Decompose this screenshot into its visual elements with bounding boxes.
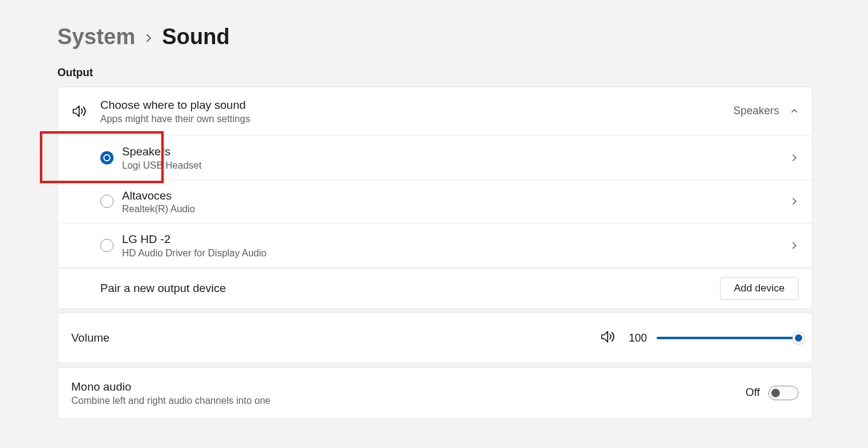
- chevron-right-icon: [144, 30, 153, 47]
- svg-marker-0: [73, 106, 79, 116]
- breadcrumb: System Sound: [57, 24, 812, 50]
- mono-audio-state: Off: [745, 386, 760, 399]
- mono-audio-card: Mono audio Combine left and right audio …: [57, 367, 812, 419]
- device-sub: Realtek(R) Audio: [122, 204, 195, 215]
- output-section-label: Output: [57, 67, 812, 79]
- device-sub: HD Audio Driver for Display Audio: [122, 248, 266, 259]
- volume-value: 100: [625, 332, 647, 345]
- output-device-lg-hd-2[interactable]: LG HD -2 HD Audio Driver for Display Aud…: [58, 224, 812, 268]
- toggle-knob: [771, 389, 780, 397]
- speaker-icon: [71, 103, 100, 119]
- volume-slider-thumb[interactable]: [792, 332, 805, 344]
- choose-output-row[interactable]: Choose where to play sound Apps might ha…: [58, 87, 812, 136]
- speaker-icon[interactable]: [600, 329, 616, 347]
- chevron-right-icon[interactable]: [790, 241, 799, 250]
- volume-card: Volume 100: [57, 313, 812, 363]
- radio-unselected[interactable]: [100, 239, 114, 252]
- breadcrumb-parent[interactable]: System: [57, 24, 135, 50]
- add-device-button[interactable]: Add device: [720, 277, 799, 300]
- mono-audio-subtitle: Combine left and right audio channels in…: [71, 395, 271, 406]
- mono-audio-toggle[interactable]: [768, 386, 799, 400]
- output-devices-card: Choose where to play sound Apps might ha…: [57, 86, 812, 309]
- mono-audio-title: Mono audio: [71, 380, 271, 394]
- output-device-altavoces[interactable]: Altavoces Realtek(R) Audio: [58, 180, 812, 224]
- chevron-right-icon[interactable]: [790, 154, 799, 162]
- output-device-speakers[interactable]: Speakers Logi USB Headset: [58, 136, 812, 180]
- chevron-up-icon[interactable]: [790, 107, 799, 115]
- current-output-label: Speakers: [733, 105, 779, 117]
- device-name: LG HD -2: [122, 232, 266, 247]
- volume-slider[interactable]: [657, 337, 799, 339]
- choose-output-title: Choose where to play sound: [100, 98, 250, 112]
- device-name: Altavoces: [122, 189, 195, 203]
- svg-marker-1: [602, 331, 608, 342]
- device-sub: Logi USB Headset: [122, 160, 202, 171]
- breadcrumb-current: Sound: [162, 24, 230, 50]
- chevron-right-icon[interactable]: [790, 197, 799, 206]
- pair-output-label: Pair a new output device: [100, 281, 226, 296]
- radio-selected[interactable]: [100, 151, 114, 164]
- device-name: Speakers: [122, 144, 202, 159]
- pair-output-row: Pair a new output device Add device: [58, 268, 812, 308]
- choose-output-subtitle: Apps might have their own settings: [100, 114, 250, 125]
- volume-label: Volume: [71, 331, 109, 345]
- radio-unselected[interactable]: [100, 195, 114, 208]
